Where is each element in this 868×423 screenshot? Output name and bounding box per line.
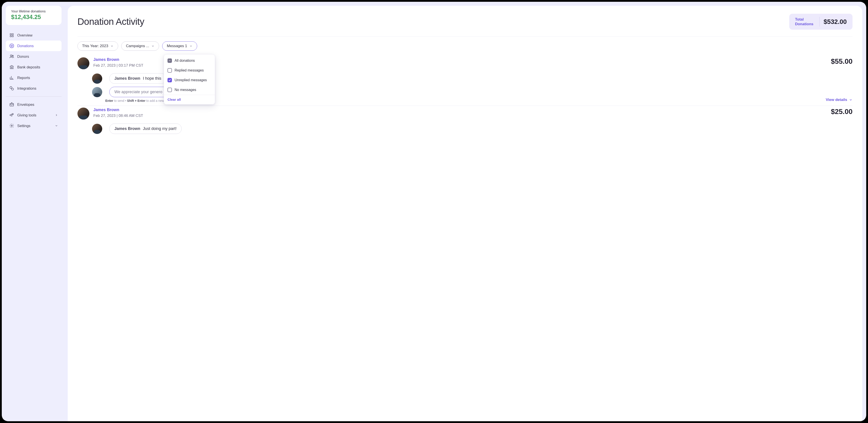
donor-name[interactable]: James Brown: [93, 57, 144, 62]
filter-messages-label: Messages 1: [167, 44, 187, 48]
lifetime-donations-card: Your lifetime donations $12,434.25: [6, 6, 62, 25]
message-text: I hope this: [143, 76, 161, 81]
nav-label: Giving tools: [17, 113, 36, 117]
activity-list: James Brown Feb 27, 2023 | 03:17 PM CST …: [78, 56, 852, 421]
dropdown-option-replied[interactable]: Replied messages: [164, 65, 215, 75]
message-text: Just doing my part!: [143, 126, 177, 131]
svg-rect-9: [10, 103, 14, 106]
total-donations-amount: $532.00: [824, 18, 847, 26]
svg-rect-13: [169, 60, 170, 61]
filter-year[interactable]: This Year: 2023: [78, 41, 118, 51]
dropdown-option-label: All donations: [175, 59, 195, 63]
view-details-label: View details: [826, 98, 847, 102]
sidebar-item-bank-deposits[interactable]: Bank deposits: [6, 62, 62, 72]
svg-point-4: [10, 44, 14, 48]
message-sender: James Brown: [114, 126, 140, 131]
checkbox-unchecked-icon: [167, 88, 172, 92]
message-bubble: James Brown Just doing my part!: [109, 123, 182, 134]
avatar: [92, 124, 102, 134]
app-frame: Your lifetime donations $12,434.25 Overv…: [2, 2, 866, 421]
svg-point-6: [12, 55, 13, 57]
filter-bar: This Year: 2023 Campaigns ... Messages 1…: [78, 41, 852, 51]
message-sender: James Brown: [114, 76, 140, 81]
sidebar: Your lifetime donations $12,434.25 Overv…: [6, 6, 62, 421]
sidebar-item-envelopes[interactable]: Envelopes: [6, 99, 62, 110]
svg-point-7: [10, 87, 12, 89]
hint-shift-enter: Shift + Enter: [127, 99, 145, 102]
filter-year-label: This Year: 2023: [82, 44, 108, 48]
filter-campaigns[interactable]: Campaigns ...: [121, 41, 159, 51]
total-donations-label: Total Donations: [795, 17, 815, 27]
avatar: [92, 87, 102, 97]
svg-point-8: [11, 88, 13, 90]
dropdown-option-no-messages[interactable]: No messages: [164, 85, 215, 95]
checkbox-indeterminate-icon: [167, 58, 172, 63]
dropdown-option-unreplied[interactable]: Unreplied messages: [164, 75, 215, 85]
lifetime-donations-amount: $12,434.25: [11, 14, 56, 21]
messages-dropdown: All donations Replied messages Unreplied…: [164, 54, 215, 104]
activity-item: James Brown Feb 27, 2023 | 08:46 AM CST …: [78, 106, 852, 141]
svg-point-12: [11, 125, 12, 126]
sidebar-item-donations[interactable]: Donations: [6, 40, 62, 51]
users-icon: [9, 54, 14, 59]
avatar: [92, 73, 102, 84]
sidebar-item-reports[interactable]: Reports: [6, 72, 62, 83]
page-title: Donation Activity: [78, 17, 144, 27]
sidebar-item-donors[interactable]: Donors: [6, 51, 62, 62]
donor-name[interactable]: James Brown: [93, 108, 143, 112]
gear-icon: [9, 123, 14, 128]
checkbox-checked-icon: [167, 78, 172, 82]
dropdown-option-label: Unreplied messages: [175, 78, 207, 82]
sidebar-item-giving-tools[interactable]: Giving tools: [6, 110, 62, 120]
nav-label: Envelopes: [17, 102, 34, 107]
activity-header: James Brown Feb 27, 2023 | 08:46 AM CST …: [78, 108, 852, 120]
lifetime-donations-label: Your lifetime donations: [11, 9, 56, 13]
activity-timestamp: Feb 27, 2023 | 08:46 AM CST: [93, 114, 143, 118]
envelope-icon: [9, 102, 14, 107]
activity-amount: $55.00: [831, 57, 852, 65]
activity-amount: $25.00: [831, 108, 852, 116]
nav-label: Donors: [17, 55, 29, 59]
link-icon: [9, 86, 14, 91]
dropdown-clear-all[interactable]: Clear all: [164, 95, 215, 104]
message-row: James Brown Just doing my part!: [92, 123, 852, 134]
hint-enter: Enter: [105, 99, 113, 102]
nav-label: Bank deposits: [17, 65, 40, 69]
filter-messages[interactable]: Messages 1: [162, 41, 197, 51]
svg-rect-0: [10, 34, 11, 35]
svg-point-10: [11, 103, 12, 103]
avatar: [78, 108, 89, 120]
message-thread: James Brown Just doing my part!: [92, 123, 852, 134]
dropdown-option-all-donations[interactable]: All donations: [164, 56, 215, 65]
chevron-down-icon: [55, 124, 58, 127]
nav-list-secondary: Envelopes Giving tools Settings: [6, 99, 62, 131]
filter-campaigns-label: Campaigns ...: [126, 44, 149, 48]
main-content: Donation Activity Total Donations $532.0…: [68, 6, 862, 421]
avatar: [78, 57, 89, 69]
chevron-down-icon: [151, 44, 154, 48]
svg-point-11: [12, 114, 13, 115]
hint-text: to add a new: [145, 99, 164, 102]
chevron-down-icon: [849, 98, 852, 101]
sidebar-item-overview[interactable]: Overview: [6, 30, 62, 40]
svg-rect-3: [12, 36, 13, 37]
svg-rect-2: [10, 36, 11, 37]
grid-icon: [9, 33, 14, 38]
chevron-down-icon: [111, 44, 114, 48]
megaphone-icon: [9, 113, 14, 118]
checkbox-unchecked-icon: [167, 68, 172, 72]
nav-label: Donations: [17, 44, 34, 48]
dropdown-option-label: No messages: [175, 88, 196, 92]
sidebar-item-integrations[interactable]: Integrations: [6, 83, 62, 94]
nav-label: Settings: [17, 124, 31, 128]
hint-text: to send •: [113, 99, 127, 102]
heart-circle-icon: [9, 43, 14, 48]
sidebar-item-settings[interactable]: Settings: [6, 120, 62, 131]
dropdown-option-label: Replied messages: [175, 68, 204, 72]
nav-label: Reports: [17, 76, 30, 80]
chart-icon: [9, 75, 14, 80]
nav-label: Integrations: [17, 86, 36, 91]
bank-icon: [9, 65, 14, 69]
activity-timestamp: Feb 27, 2023 | 03:17 PM CST: [93, 63, 144, 68]
chevron-right-icon: [55, 114, 58, 117]
